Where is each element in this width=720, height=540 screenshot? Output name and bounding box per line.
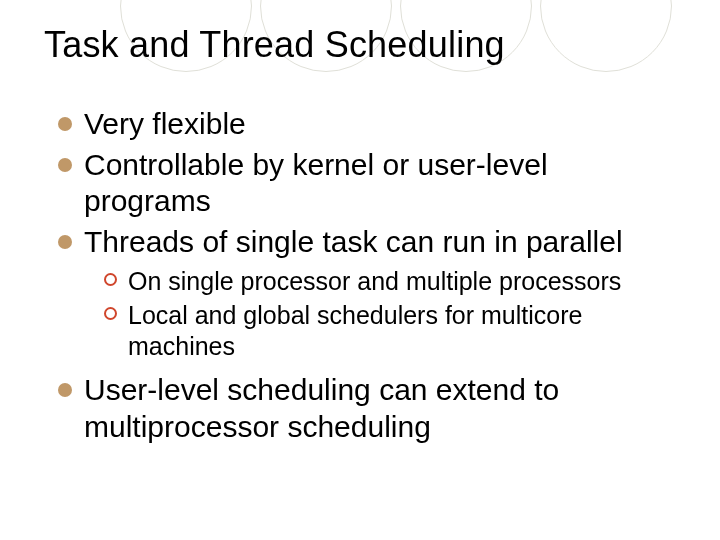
bullet-text: Controllable by kernel or user-level pro… bbox=[84, 148, 548, 218]
sub-bullet-item: On single processor and multiple process… bbox=[104, 266, 674, 297]
sub-bullet-text: Local and global schedulers for multicor… bbox=[128, 301, 582, 360]
bullet-text: Threads of single task can run in parall… bbox=[84, 225, 623, 258]
sub-bullet-list: On single processor and multiple process… bbox=[84, 266, 674, 362]
sub-bullet-item: Local and global schedulers for multicor… bbox=[104, 300, 674, 363]
bullet-text: Very flexible bbox=[84, 107, 246, 140]
bullet-item: Threads of single task can run in parall… bbox=[58, 224, 674, 362]
slide: Task and Thread Scheduling Very flexible… bbox=[0, 0, 720, 540]
sub-bullet-text: On single processor and multiple process… bbox=[128, 267, 621, 295]
slide-title: Task and Thread Scheduling bbox=[44, 24, 680, 66]
bullet-item: Controllable by kernel or user-level pro… bbox=[58, 147, 674, 220]
bullet-item: User-level scheduling can extend to mult… bbox=[58, 372, 674, 445]
bullet-item: Very flexible bbox=[58, 106, 674, 143]
bullet-text: User-level scheduling can extend to mult… bbox=[84, 373, 559, 443]
bullet-list: Very flexibleControllable by kernel or u… bbox=[44, 106, 680, 445]
